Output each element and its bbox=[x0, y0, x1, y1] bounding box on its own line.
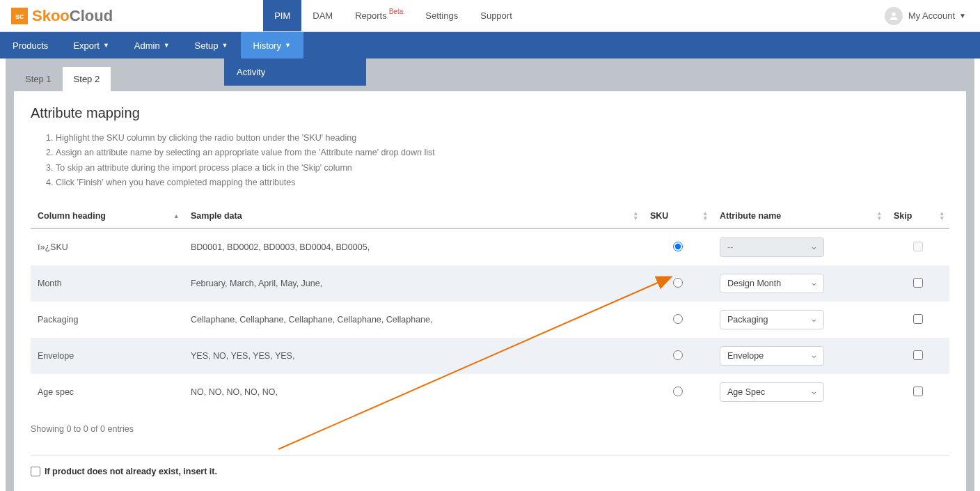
panel: Attribute mapping Highlight the SKU colu… bbox=[14, 91, 966, 491]
sort-icon: ▴▾ bbox=[940, 211, 944, 221]
page-wrap: Step 1 Step 2 Attribute mapping Highligh… bbox=[6, 59, 974, 491]
cell-attribute: Design Month bbox=[713, 265, 887, 302]
sort-icon: ▴▾ bbox=[878, 211, 881, 221]
dropdown-activity[interactable]: Activity bbox=[224, 59, 366, 86]
table-row: MonthFebruary, March, April, May, June,D… bbox=[31, 265, 949, 302]
nav-products[interactable]: Products bbox=[0, 32, 61, 59]
sort-asc-icon: ▴ bbox=[175, 212, 178, 219]
attribute-select[interactable]: Design Month bbox=[720, 274, 824, 293]
nav-setup-label: Setup bbox=[195, 40, 219, 51]
caret-down-icon: ▼ bbox=[164, 42, 170, 49]
top-tabs: PIM DAM Reports Beta Settings Support bbox=[263, 0, 523, 31]
tab-pim[interactable]: PIM bbox=[263, 0, 301, 31]
cell-skip bbox=[887, 374, 949, 410]
insert-label: If product does not already exist, inser… bbox=[45, 467, 217, 476]
top-header: sc SkooCloud PIM DAM Reports Beta Settin… bbox=[0, 0, 980, 32]
nav-export[interactable]: Export▼ bbox=[61, 32, 122, 59]
table-row: EnvelopeYES, NO, YES, YES, YES,Envelope bbox=[31, 338, 949, 374]
cell-sample-data: NO, NO, NO, NO, NO, bbox=[184, 374, 643, 410]
cell-column-heading: ï»¿SKU bbox=[31, 228, 184, 265]
sku-radio[interactable] bbox=[673, 350, 683, 360]
th-label: Column heading bbox=[38, 211, 106, 221]
nav-admin[interactable]: Admin▼ bbox=[122, 32, 182, 59]
tab-reports[interactable]: Reports Beta bbox=[344, 0, 414, 31]
logo-badge: sc bbox=[11, 8, 28, 24]
nav-history-label: History bbox=[253, 40, 281, 51]
tab-step2[interactable]: Step 2 bbox=[63, 67, 111, 91]
skip-checkbox[interactable] bbox=[913, 350, 923, 360]
cell-skip bbox=[887, 265, 949, 302]
cell-skip bbox=[887, 338, 949, 374]
cell-skip bbox=[887, 302, 949, 338]
logo-text-a: Skoo bbox=[32, 7, 70, 24]
tab-step1[interactable]: Step 1 bbox=[14, 67, 63, 91]
logo-text: SkooCloud bbox=[32, 7, 113, 25]
sort-icon: ▴▾ bbox=[704, 211, 707, 221]
th-skip[interactable]: Skip ▴▾ bbox=[887, 204, 949, 228]
nav-history[interactable]: History▼ bbox=[241, 32, 303, 59]
tab-dam[interactable]: DAM bbox=[301, 0, 344, 31]
th-sku[interactable]: SKU ▴▾ bbox=[643, 204, 713, 228]
attribute-select[interactable]: Envelope bbox=[720, 346, 824, 366]
page-tabs: Step 1 Step 2 bbox=[14, 67, 966, 91]
cell-sample-data: February, March, April, May, June, bbox=[184, 265, 643, 302]
cell-attribute: -- bbox=[713, 228, 887, 265]
cell-attribute: Envelope bbox=[713, 338, 887, 374]
instruction-item: Highlight the SKU column by clicking the… bbox=[56, 131, 949, 146]
nav-export-label: Export bbox=[73, 40, 100, 51]
attribute-select: -- bbox=[720, 237, 824, 257]
sku-radio[interactable] bbox=[673, 387, 683, 396]
account-menu[interactable]: My Account ▼ bbox=[885, 7, 980, 25]
nav-setup[interactable]: Setup▼ bbox=[182, 32, 241, 59]
account-label: My Account bbox=[908, 10, 955, 21]
attribute-select[interactable]: Packaging bbox=[720, 310, 824, 329]
th-sample-data[interactable]: Sample data ▴▾ bbox=[184, 204, 643, 228]
tab-settings[interactable]: Settings bbox=[414, 0, 469, 31]
beta-badge: Beta bbox=[389, 8, 404, 15]
logo-text-b: Cloud bbox=[70, 7, 113, 24]
tab-reports-label: Reports bbox=[355, 10, 387, 21]
attribute-select[interactable]: Age Spec bbox=[720, 382, 824, 402]
cell-skip bbox=[887, 228, 949, 265]
th-label: Sample data bbox=[191, 211, 242, 221]
logo[interactable]: sc SkooCloud bbox=[0, 7, 124, 25]
nav-bar: Products Export▼ Admin▼ Setup▼ History▼ … bbox=[0, 32, 980, 59]
sku-radio[interactable] bbox=[673, 314, 683, 324]
cell-attribute: Age Spec bbox=[713, 374, 887, 410]
cell-sku bbox=[643, 374, 713, 410]
th-label: Attribute name bbox=[720, 211, 781, 221]
tab-support[interactable]: Support bbox=[469, 0, 523, 31]
caret-down-icon: ▼ bbox=[959, 12, 966, 20]
th-label: SKU bbox=[650, 211, 668, 221]
instructions-list: Highlight the SKU column by clicking the… bbox=[31, 131, 949, 190]
sku-radio[interactable] bbox=[673, 242, 683, 251]
cell-sku bbox=[643, 265, 713, 302]
cell-attribute: Packaging bbox=[713, 302, 887, 338]
cell-column-heading: Age spec bbox=[31, 374, 184, 410]
mapping-table: Column heading ▴ Sample data ▴▾ SKU ▴▾ A… bbox=[31, 204, 949, 410]
table-row: PackagingCellaphane, Cellaphane, Cellaph… bbox=[31, 302, 949, 338]
skip-checkbox[interactable] bbox=[913, 314, 923, 324]
cell-sample-data: BD0001, BD0002, BD0003, BD0004, BD0005, bbox=[184, 228, 643, 265]
sku-radio[interactable] bbox=[673, 278, 683, 288]
instruction-item: Click 'Finish' when you have completed m… bbox=[56, 176, 949, 190]
svg-point-0 bbox=[892, 12, 895, 15]
table-row: Age specNO, NO, NO, NO, NO,Age Spec bbox=[31, 374, 949, 410]
caret-down-icon: ▼ bbox=[222, 42, 228, 49]
cell-sample-data: YES, NO, YES, YES, YES, bbox=[184, 338, 643, 374]
cell-sku bbox=[643, 338, 713, 374]
insert-row: If product does not already exist, inser… bbox=[31, 455, 949, 476]
cell-sku bbox=[643, 228, 713, 265]
sort-icon: ▴▾ bbox=[634, 211, 638, 221]
skip-checkbox[interactable] bbox=[913, 278, 923, 288]
insert-checkbox[interactable] bbox=[31, 467, 40, 476]
instruction-item: Assign an attribute name by selecting an… bbox=[56, 146, 949, 160]
skip-checkbox[interactable] bbox=[913, 387, 923, 396]
page-title: Attribute mapping bbox=[31, 105, 949, 121]
cell-sku bbox=[643, 302, 713, 338]
th-column-heading[interactable]: Column heading ▴ bbox=[31, 204, 184, 228]
th-attribute-name[interactable]: Attribute name ▴▾ bbox=[713, 204, 887, 228]
skip-checkbox bbox=[913, 242, 923, 251]
caret-down-icon: ▼ bbox=[285, 42, 291, 49]
th-label: Skip bbox=[894, 211, 912, 221]
